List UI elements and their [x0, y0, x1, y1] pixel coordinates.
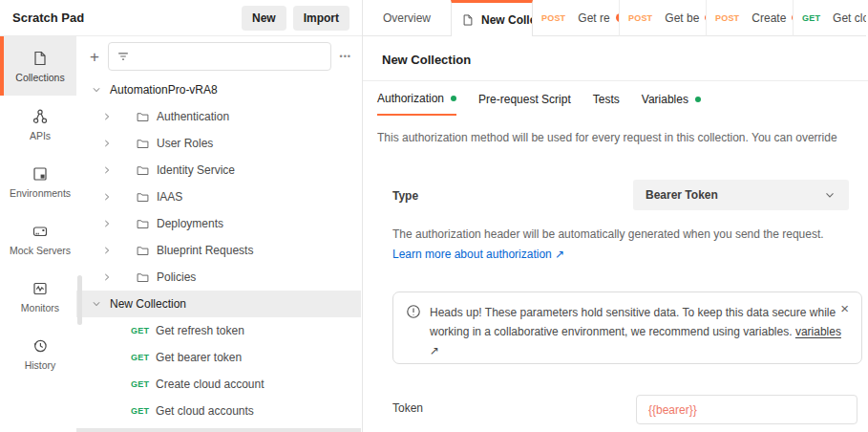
rail-label: Environments [10, 187, 71, 199]
filter-input[interactable] [136, 50, 323, 63]
token-input[interactable] [636, 395, 857, 424]
selected-auth-type: Bearer Token [646, 188, 718, 202]
tree-scrollbar[interactable] [77, 275, 82, 325]
type-label: Type [392, 189, 418, 203]
folder-icon [136, 244, 150, 258]
divider [363, 80, 868, 81]
folder-name: Policies [157, 270, 196, 284]
tree-collection-new[interactable]: New Collection [76, 291, 361, 317]
close-icon[interactable]: × [840, 301, 849, 315]
filter-input-wrap[interactable] [108, 42, 331, 71]
tree-request[interactable]: GET Create cloud account [76, 371, 361, 398]
chevron-right-icon [101, 138, 113, 149]
folder-name: Identity Service [157, 163, 235, 177]
tab-pre-request-script[interactable]: Pre-request Script [478, 92, 571, 116]
import-button[interactable]: Import [293, 6, 349, 31]
new-button[interactable]: New [242, 6, 286, 31]
auth-type-select[interactable]: Bearer Token [633, 180, 849, 210]
folder-name: Blueprint Requests [157, 244, 253, 257]
chevron-right-icon [101, 111, 113, 122]
request-name: Create cloud account [156, 378, 264, 391]
chevron-down-icon [823, 188, 836, 202]
external-link-icon: ↗ [430, 344, 439, 357]
collection-name: New Collection [110, 297, 186, 311]
tab-label: Authorization [377, 92, 444, 105]
learn-more-link[interactable]: Learn more about authorization ↗ [392, 248, 564, 261]
chevron-down-icon [91, 84, 102, 96]
apis-icon [32, 108, 49, 125]
folder-icon [136, 110, 150, 124]
sensitive-data-warning: Heads up! These parameters hold sensitiv… [392, 292, 862, 364]
folder-icon [136, 163, 150, 178]
rail-item-collections[interactable]: Collections [0, 36, 76, 96]
tree-request[interactable]: GET Get bearer token [76, 344, 361, 371]
rail-item-environments[interactable]: Environments [0, 153, 76, 210]
tree-rows: AutomationPro-vRA8 Authentication User R… [76, 76, 361, 424]
tab-authorization[interactable]: Authorization [377, 92, 456, 116]
tab-label: Pre-request Script [478, 93, 571, 106]
collections-icon [32, 50, 49, 67]
folder-icon [136, 217, 150, 231]
tab-request[interactable]: GET Get clo [794, 0, 866, 36]
chevron-right-icon [101, 245, 113, 256]
folder-icon [136, 137, 150, 151]
auth-note: The authorization header will be automat… [392, 227, 824, 241]
filter-icon [116, 50, 130, 63]
folder-name: User Roles [157, 137, 213, 150]
tab-overview[interactable]: Overview [363, 0, 451, 36]
collection-tab-icon [461, 13, 475, 27]
tree-folder[interactable]: Policies [76, 264, 361, 291]
tab-request[interactable]: POST Get be [620, 0, 707, 36]
green-dot [695, 97, 701, 102]
postman-app: Scratch Pad New Import Collections APIs … [0, 0, 868, 432]
chevron-right-icon [101, 218, 113, 229]
request-name: Get cloud accounts [156, 404, 254, 418]
tab-variables[interactable]: Variables [642, 92, 701, 116]
tree-folder[interactable]: Authentication [76, 103, 361, 130]
rail-item-mock-servers[interactable]: Mock Servers [0, 210, 76, 268]
rail-item-apis[interactable]: APIs [0, 96, 76, 153]
tree-folder[interactable]: Deployments [76, 210, 361, 237]
rail-label: History [25, 359, 56, 371]
add-collection-button[interactable]: + [90, 49, 99, 65]
tree-collection-root[interactable]: AutomationPro-vRA8 [76, 76, 361, 103]
tree-request[interactable]: GET Get cloud accounts [76, 398, 361, 424]
warning-text: Heads up! These parameters hold sensitiv… [430, 303, 842, 353]
history-icon [32, 337, 49, 355]
environments-icon [32, 165, 49, 183]
folder-name: Deployments [157, 217, 223, 230]
method-badge: GET [131, 406, 149, 416]
chevron-right-icon [101, 271, 113, 283]
tree-horizontal-scrollbar[interactable] [76, 428, 361, 432]
variables-link[interactable]: variables [795, 325, 841, 338]
tab-tests[interactable]: Tests [593, 92, 620, 116]
external-link-icon: ↗ [555, 248, 564, 261]
tab-new-collection[interactable]: New Colle [451, 0, 533, 36]
collection-editor: New Collection Authorization Pre-request… [363, 36, 868, 432]
method-badge: GET [131, 353, 149, 362]
method-badge: POST [628, 13, 652, 23]
chevron-down-icon [91, 298, 102, 310]
token-label: Token [392, 401, 423, 415]
tab-strip: Overview New Colle POST Get re POST Get … [363, 0, 868, 36]
tree-toolbar: + ••• [76, 36, 361, 76]
chevron-right-icon [101, 191, 113, 203]
tab-request[interactable]: POST Create [707, 0, 794, 36]
more-actions-button[interactable]: ••• [340, 52, 351, 61]
rail-label: Mock Servers [10, 245, 71, 256]
rail-item-history[interactable]: History [0, 325, 76, 382]
rail-item-monitors[interactable]: Monitors [0, 268, 76, 325]
chevron-right-icon [101, 164, 113, 176]
tab-request[interactable]: POST Get re [533, 0, 620, 36]
tree-request[interactable]: GET Get refresh token [76, 317, 361, 344]
tree-folder[interactable]: Identity Service [76, 157, 361, 184]
tree-folder[interactable]: User Roles [76, 130, 361, 157]
method-badge: GET [131, 379, 149, 389]
workspace-header: Scratch Pad New Import [0, 0, 362, 36]
tree-folder[interactable]: Blueprint Requests [76, 237, 361, 264]
tree-folder[interactable]: IAAS [76, 184, 361, 210]
section-tabs: Authorization Pre-request Script Tests V… [377, 92, 701, 116]
green-dot [451, 96, 456, 101]
folder-name: IAAS [157, 190, 182, 204]
collections-tree: + ••• AutomationPro-vRA8 Authentication … [76, 36, 361, 432]
